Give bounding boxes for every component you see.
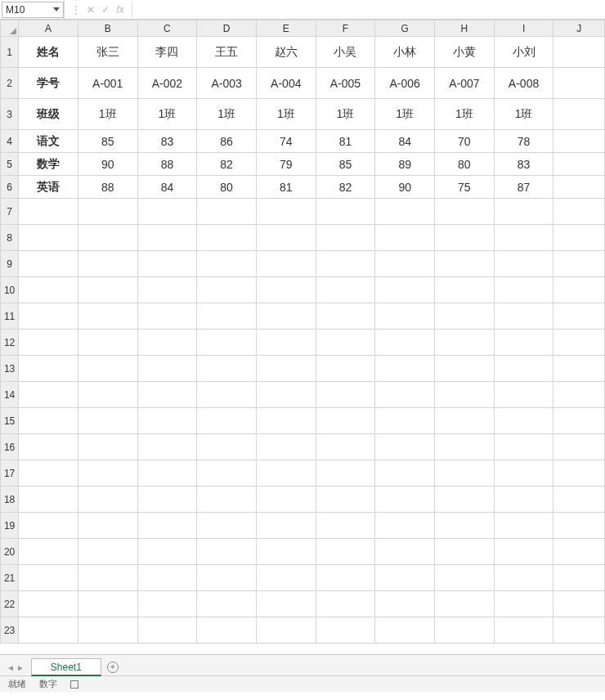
cell[interactable] <box>553 225 605 251</box>
cell[interactable] <box>78 565 137 591</box>
row-header[interactable]: 10 <box>1 277 19 303</box>
sheet-next-icon[interactable]: ► <box>16 663 25 672</box>
cell[interactable] <box>494 539 553 565</box>
row-header[interactable]: 17 <box>1 460 19 487</box>
row-header[interactable]: 16 <box>1 434 19 460</box>
cell[interactable]: 1班 <box>494 99 553 130</box>
cell[interactable] <box>316 591 375 617</box>
cell[interactable] <box>197 330 257 356</box>
cell[interactable] <box>197 617 257 644</box>
col-header[interactable]: H <box>435 20 495 37</box>
cell[interactable] <box>494 408 553 434</box>
cell[interactable] <box>197 539 257 565</box>
cell[interactable] <box>78 382 137 408</box>
cell[interactable] <box>375 539 435 565</box>
cell[interactable] <box>316 199 375 225</box>
cell[interactable] <box>256 277 316 303</box>
cell[interactable]: 小林 <box>375 37 435 68</box>
cell[interactable] <box>435 539 495 565</box>
cell[interactable]: A-004 <box>256 68 316 99</box>
cell[interactable] <box>553 487 605 513</box>
cell[interactable]: 小刘 <box>494 37 553 68</box>
select-all-corner[interactable] <box>1 20 19 37</box>
row-header[interactable]: 21 <box>1 565 19 591</box>
cell[interactable] <box>316 303 375 330</box>
cell[interactable]: 1班 <box>137 99 197 130</box>
cell[interactable] <box>256 199 316 225</box>
cell[interactable]: A-003 <box>197 68 257 99</box>
cell[interactable] <box>197 408 257 434</box>
cell[interactable] <box>435 460 495 487</box>
cell[interactable] <box>375 591 435 617</box>
sheet-tab-active[interactable]: Sheet1 <box>31 658 101 676</box>
cell[interactable] <box>78 251 137 277</box>
row-header[interactable]: 8 <box>1 225 19 251</box>
cell[interactable] <box>19 565 78 591</box>
enter-icon[interactable]: ✓ <box>99 3 112 16</box>
cell[interactable] <box>553 68 605 99</box>
cell[interactable] <box>553 539 605 565</box>
cell[interactable] <box>19 408 78 434</box>
cell[interactable] <box>19 591 78 617</box>
cell[interactable] <box>553 408 605 434</box>
name-box[interactable]: M10 <box>2 2 64 18</box>
cell[interactable] <box>494 225 553 251</box>
cell[interactable] <box>553 356 605 382</box>
row-header[interactable]: 4 <box>1 130 19 153</box>
cell[interactable] <box>435 225 495 251</box>
cell[interactable]: 83 <box>494 153 553 176</box>
cell[interactable] <box>256 565 316 591</box>
cell[interactable] <box>137 251 197 277</box>
cell[interactable] <box>78 225 137 251</box>
row-header[interactable]: 6 <box>1 176 19 199</box>
cell[interactable] <box>256 356 316 382</box>
cell[interactable]: A-007 <box>435 68 495 99</box>
cell[interactable] <box>435 303 495 330</box>
cell[interactable]: 83 <box>137 130 197 153</box>
worksheet-grid[interactable]: A B C D E F G H I J 1 姓名张三李四王五赵六小吴小林小黄小刘… <box>0 20 605 654</box>
cell[interactable] <box>435 199 495 225</box>
cell[interactable] <box>316 251 375 277</box>
cell[interactable] <box>435 277 495 303</box>
cell[interactable] <box>19 251 78 277</box>
row-header[interactable]: 18 <box>1 487 19 513</box>
cell[interactable]: 90 <box>375 176 435 199</box>
chevron-down-icon[interactable] <box>53 7 60 11</box>
cell[interactable] <box>494 330 553 356</box>
col-header[interactable]: E <box>256 20 316 37</box>
cell[interactable] <box>78 356 137 382</box>
cell[interactable] <box>316 513 375 539</box>
cell[interactable] <box>553 130 605 153</box>
cell[interactable] <box>553 330 605 356</box>
cell[interactable] <box>197 251 257 277</box>
cell[interactable] <box>316 460 375 487</box>
cell[interactable] <box>78 513 137 539</box>
more-icon[interactable]: ⋮ <box>69 3 83 16</box>
cell[interactable] <box>19 330 78 356</box>
cell[interactable] <box>137 277 197 303</box>
cell[interactable]: 84 <box>375 130 435 153</box>
cell[interactable] <box>494 303 553 330</box>
cell[interactable] <box>256 460 316 487</box>
cell[interactable] <box>375 460 435 487</box>
fx-icon[interactable]: fx <box>114 3 127 16</box>
cell[interactable]: 1班 <box>78 99 137 130</box>
cell[interactable] <box>256 330 316 356</box>
row-header[interactable]: 1 <box>1 37 19 68</box>
cell[interactable] <box>19 539 78 565</box>
cell[interactable] <box>197 199 257 225</box>
cell[interactable] <box>137 199 197 225</box>
cell[interactable] <box>137 356 197 382</box>
cell[interactable] <box>137 617 197 644</box>
cell[interactable] <box>494 251 553 277</box>
cell[interactable] <box>137 565 197 591</box>
cell[interactable] <box>19 487 78 513</box>
row-label-cell[interactable]: 数学 <box>19 153 78 176</box>
cell[interactable]: A-005 <box>316 68 375 99</box>
cell[interactable] <box>316 330 375 356</box>
cell[interactable] <box>494 487 553 513</box>
cell[interactable]: 84 <box>137 176 197 199</box>
cell[interactable] <box>553 303 605 330</box>
cell[interactable] <box>78 277 137 303</box>
cell[interactable]: 90 <box>78 153 137 176</box>
